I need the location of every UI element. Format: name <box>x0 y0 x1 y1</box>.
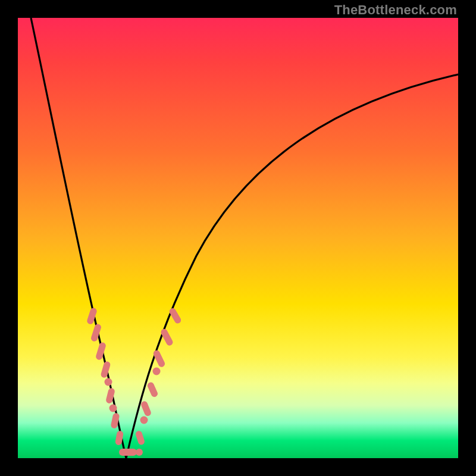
attribution-text: TheBottleneck.com <box>334 2 457 18</box>
svg-point-10 <box>136 449 143 456</box>
svg-rect-14 <box>146 381 159 398</box>
marker-group <box>86 307 182 456</box>
svg-point-15 <box>153 368 161 375</box>
svg-rect-3 <box>100 361 111 378</box>
svg-rect-13 <box>140 400 152 417</box>
svg-point-12 <box>140 416 148 424</box>
bottleneck-curve <box>18 18 458 458</box>
plot-area <box>18 18 458 458</box>
curve-right-branch <box>126 74 458 458</box>
svg-point-4 <box>105 378 112 386</box>
svg-point-6 <box>109 405 117 412</box>
chart-frame: TheBottleneck.com <box>0 0 476 476</box>
svg-rect-11 <box>135 430 146 446</box>
svg-rect-9 <box>119 449 137 456</box>
